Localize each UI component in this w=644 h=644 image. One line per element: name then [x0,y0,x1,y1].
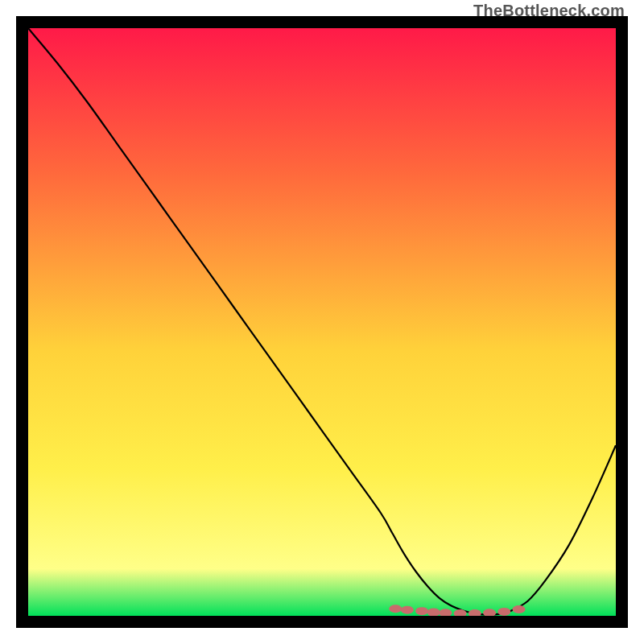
highlight-dot [389,605,402,613]
bottleneck-chart [28,28,616,616]
highlight-dot [401,606,414,614]
chart-frame: TheBottleneck.com [0,0,644,644]
plot-border [16,16,628,628]
plot-area [28,28,616,616]
highlight-dot [415,607,428,615]
highlight-dot [497,608,510,616]
highlight-dot [513,605,526,613]
watermark-text: TheBottleneck.com [473,2,625,20]
gradient-background [28,28,616,616]
